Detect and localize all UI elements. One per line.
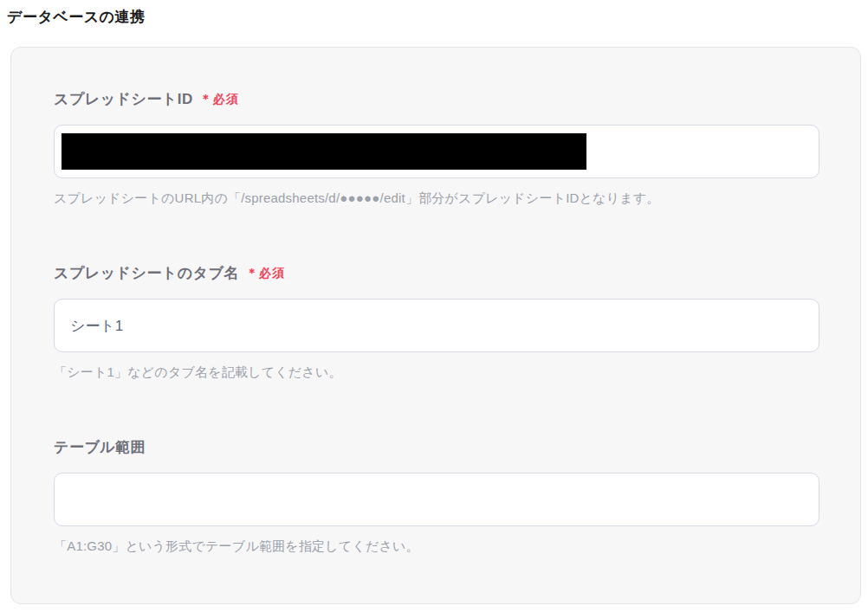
- table-range-input-wrap: [54, 473, 819, 526]
- database-settings-card: スプレッドシートID ＊必須 スプレッドシートのURL内の「/spreadshe…: [10, 47, 861, 604]
- sheet-tab-name-input[interactable]: [54, 299, 819, 352]
- spreadsheet-id-help-text: スプレッドシートのURL内の「/spreadsheets/d/●●●●●/edi…: [54, 189, 819, 207]
- sheet-tab-name-input-wrap: [54, 299, 819, 352]
- spreadsheet-id-input[interactable]: [54, 125, 819, 178]
- field-spreadsheet-id: スプレッドシートID ＊必須 スプレッドシートのURL内の「/spreadshe…: [54, 88, 819, 207]
- field-table-range: テーブル範囲 「A1:G30」という形式でテーブル範囲を指定してください。: [54, 436, 819, 555]
- spreadsheet-id-input-wrap: [54, 125, 819, 178]
- field-label-row: スプレッドシートのタブ名 ＊必須: [54, 262, 819, 284]
- spreadsheet-id-label: スプレッドシートID: [54, 88, 193, 110]
- field-sheet-tab-name: スプレッドシートのタブ名 ＊必須 「シート1」などのタブ名を記載してください。: [54, 262, 819, 381]
- required-badge: ＊必須: [200, 88, 239, 110]
- field-label-row: スプレッドシートID ＊必須: [54, 88, 819, 110]
- page-title: データベースの連携: [7, 7, 861, 28]
- field-label-row: テーブル範囲: [54, 436, 819, 458]
- required-badge: ＊必須: [246, 262, 285, 284]
- table-range-input[interactable]: [54, 473, 819, 526]
- table-range-help-text: 「A1:G30」という形式でテーブル範囲を指定してください。: [54, 537, 819, 555]
- sheet-tab-name-label: スプレッドシートのタブ名: [54, 262, 239, 284]
- page: データベースの連携 スプレッドシートID ＊必須 スプレッドシートのURL内の「…: [0, 0, 868, 612]
- sheet-tab-name-help-text: 「シート1」などのタブ名を記載してください。: [54, 363, 819, 381]
- table-range-label: テーブル範囲: [54, 436, 146, 458]
